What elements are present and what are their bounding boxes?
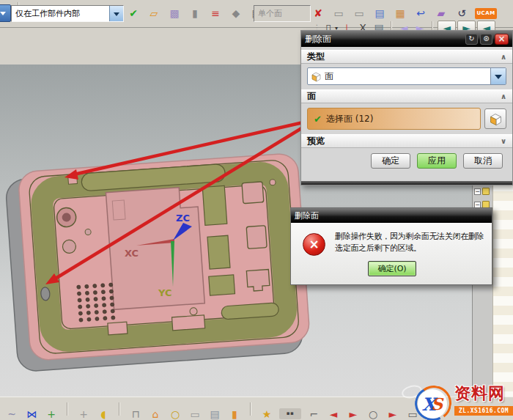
datum-csys-icon[interactable]: + [44, 406, 59, 420]
navigator-list [492, 182, 513, 397]
error-ok-button[interactable]: 确定(O) [368, 261, 416, 276]
navigator-row [493, 363, 513, 372]
navigator-row [493, 277, 513, 287]
card-multi-icon[interactable]: ▦ [393, 5, 407, 19]
navigator-row [493, 287, 513, 296]
navigator-row [493, 258, 513, 268]
apply-button[interactable]: 应用 [417, 153, 457, 169]
navigator-row [493, 382, 513, 391]
error-icon: × [303, 233, 325, 256]
plus-icon[interactable]: + [76, 406, 91, 420]
arc-home-icon[interactable]: ⌂ [148, 406, 163, 420]
navigator-row [493, 372, 513, 382]
window-b-icon[interactable]: ▭ [352, 5, 366, 19]
dialog-title-bar[interactable]: 删除面 ↻ ⊛ × [301, 31, 512, 47]
window-cascade-icon[interactable]: ▩ [167, 5, 182, 19]
ring-icon[interactable]: ○ [168, 406, 182, 420]
cancel-button[interactable]: 取消 [463, 153, 503, 169]
navigator-row [493, 248, 513, 258]
undo-icon[interactable]: ↺ [454, 5, 469, 19]
nx-application-window: ▣▦▼▼▣名✔▱▩▮≡◆▧A◈✘▭▭▤▦↩▰↺UCAM ⋮▯▾⊥X▤◄►◄►◄ … [0, 0, 513, 420]
delete-face-error-dialog[interactable]: 删除面 × 删除操作失败，因为剩余面无法关闭在删除 选定面之后剩下的区域。 确定… [290, 207, 492, 285]
navigator-row [493, 229, 513, 239]
tree-collapse-icon[interactable]: − [474, 188, 481, 195]
face-type-combo[interactable]: 面 [307, 67, 506, 85]
delete-icon[interactable]: ✘ [311, 5, 325, 19]
select-face-field[interactable]: ✔ 选择面 (12) [307, 108, 481, 130]
ok-button[interactable]: 确定 [371, 153, 410, 169]
ucam-icon[interactable]: UCAM [475, 8, 497, 19]
selection-scope-combo[interactable]: 仅在工作部件内部 [11, 5, 124, 22]
dialog-title: 删除面 [305, 33, 331, 45]
gear-icon[interactable]: ⊛ [480, 34, 492, 45]
curve-icon[interactable]: ~ [4, 406, 19, 420]
section-face[interactable]: 面 ∧ [301, 89, 512, 103]
card-view-icon[interactable]: ▤ [372, 5, 387, 19]
toolbar-separator [119, 402, 120, 416]
error-message-line1: 删除操作失败，因为剩余面无法关闭在删除 [335, 231, 484, 243]
section-face-label: 面 [307, 90, 316, 103]
arrow-right-red-icon[interactable]: ► [346, 406, 361, 420]
navigator-row [493, 201, 513, 210]
navigator-row [493, 325, 513, 334]
check-icon[interactable]: ✔ [126, 5, 141, 19]
face-rule-combo[interactable]: 单个面 [254, 5, 311, 22]
circle-tool-icon[interactable]: ○ [366, 406, 380, 420]
folder-icon[interactable]: ▱ [147, 5, 161, 19]
tree-node-icon [482, 188, 490, 195]
error-dialog-title: 删除面 [295, 210, 319, 221]
face-type-value: 面 [325, 70, 333, 83]
rect-tool-icon[interactable]: ▭ [405, 406, 420, 420]
finish-sketch-icon[interactable]: ▪▪ [279, 408, 301, 419]
close-icon[interactable]: × [495, 34, 509, 45]
effects-icon[interactable]: ◆ [229, 5, 243, 19]
face-rule-value: 单个面 [258, 8, 282, 19]
section-preview[interactable]: 预览 ∨ [301, 134, 512, 148]
navigator-tree-item[interactable]: − [474, 186, 490, 196]
select-face-label: 选择面 (12) [326, 113, 373, 125]
navigator-row [493, 239, 513, 248]
toolbar-bottom: ~⋈++◖⊓⌂○▭▤▮★▪▪⌐◄►○►▭ [0, 397, 513, 420]
navigator-row [493, 353, 513, 363]
pill-icon[interactable]: ▭ [188, 406, 202, 420]
navigator-row [493, 220, 513, 229]
navigator-row [493, 315, 513, 325]
chevron-down-icon[interactable] [490, 68, 506, 84]
section-preview-label: 预览 [307, 135, 325, 147]
error-dialog-title-bar[interactable]: 删除面 [291, 208, 492, 223]
reset-icon[interactable]: ↻ [465, 34, 478, 45]
arrow-next-red-icon[interactable]: ► [385, 406, 400, 420]
profile-icon[interactable]: ⌐ [306, 406, 321, 420]
link-back-icon[interactable]: ↩ [413, 5, 428, 19]
error-message-line2: 选定面之后剩下的区域。 [335, 243, 484, 254]
chevron-down-icon [0, 12, 6, 18]
star-icon[interactable]: ★ [259, 406, 274, 420]
collapse-down-icon[interactable]: ∨ [501, 137, 506, 145]
type-filter-dropdown-button[interactable] [0, 4, 11, 22]
collapse-up-icon[interactable]: ∧ [501, 92, 506, 100]
delete-face-dialog[interactable]: 删除面 ↻ ⊛ × 类型 ∧ 面 面 ∧ ✔ 选择面 (1 [300, 30, 513, 185]
clamp-icon[interactable]: ⊓ [128, 406, 143, 420]
cylinder-icon[interactable]: ▮ [227, 406, 242, 420]
chevron-down-icon[interactable] [109, 6, 123, 21]
arrow-left-red-icon[interactable]: ◄ [326, 406, 341, 420]
half-disc-icon[interactable]: ◖ [96, 406, 111, 420]
cube-icon [489, 112, 503, 126]
tape-icon[interactable]: ▰ [434, 5, 449, 19]
list-icon[interactable]: ≡ [208, 5, 223, 19]
face-select-button[interactable] [484, 108, 506, 129]
navigator-row [493, 268, 513, 277]
pages-icon[interactable]: ▤ [207, 406, 222, 420]
window-a-icon[interactable]: ▭ [331, 5, 346, 19]
section-type[interactable]: 类型 ∧ [301, 50, 512, 64]
navigator-row [493, 191, 513, 201]
check-icon: ✔ [314, 114, 322, 125]
toolbar-separator [250, 402, 251, 416]
lock-icon[interactable]: ▮ [188, 5, 202, 19]
navigator-row [493, 306, 513, 315]
face-cube-icon [311, 71, 322, 82]
dialog-bottom-rail[interactable] [301, 181, 512, 185]
collapse-up-icon[interactable]: ∧ [501, 53, 506, 61]
selection-scope-value: 仅在工作部件内部 [15, 8, 80, 19]
bowtie-icon[interactable]: ⋈ [24, 406, 39, 420]
